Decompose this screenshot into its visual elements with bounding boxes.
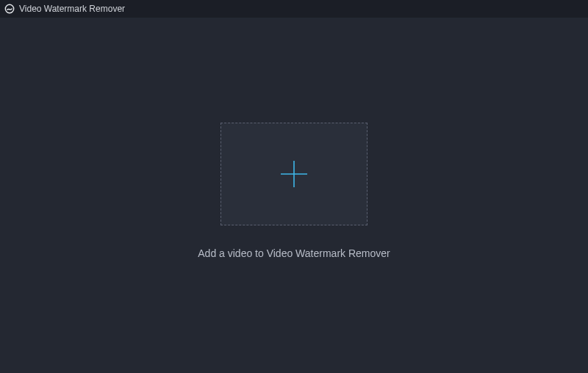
- app-title: Video Watermark Remover: [19, 4, 125, 13]
- main-area: Add a video to Video Watermark Remover: [0, 18, 588, 373]
- add-video-hint: Add a video to Video Watermark Remover: [198, 247, 390, 259]
- plus-icon: [279, 159, 309, 189]
- drop-wrap: Add a video to Video Watermark Remover: [198, 123, 390, 259]
- app-logo-icon: [4, 4, 15, 14]
- svg-point-0: [5, 4, 13, 12]
- titlebar: Video Watermark Remover: [0, 0, 588, 18]
- add-video-dropzone[interactable]: [220, 123, 368, 225]
